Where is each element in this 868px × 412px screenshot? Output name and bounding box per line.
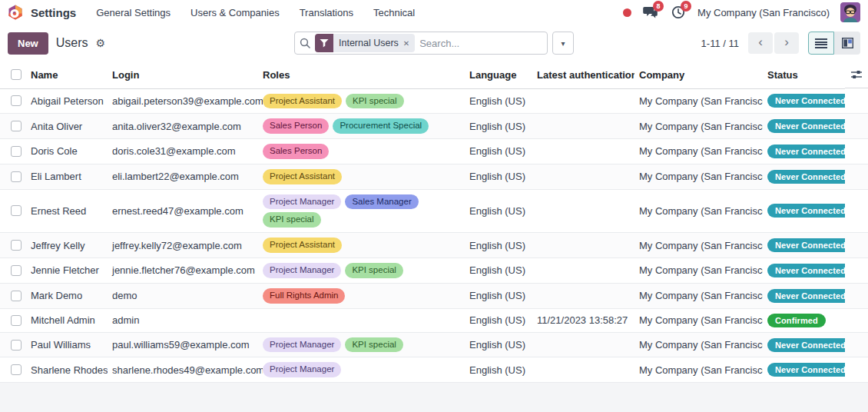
user-avatar[interactable] xyxy=(840,2,860,22)
list-view-button[interactable] xyxy=(808,32,834,55)
row-checkbox[interactable] xyxy=(11,364,22,375)
select-all-checkbox[interactable] xyxy=(11,69,22,80)
user-name-cell: Jennie Fletcher xyxy=(31,258,108,284)
row-checkbox-cell xyxy=(0,189,31,233)
row-checkbox[interactable] xyxy=(11,340,22,351)
role-tag: Project Assistant xyxy=(263,94,342,109)
menu-item-technical[interactable]: Technical xyxy=(373,7,415,18)
column-header-login[interactable]: Login xyxy=(108,61,263,88)
table-row[interactable]: Anita Oliveranita.oliver32@example.comSa… xyxy=(0,114,868,139)
user-company-cell: My Company (San Francisco) xyxy=(634,164,763,189)
user-latest-auth-cell xyxy=(532,189,634,233)
status-badge: Never Connected xyxy=(767,94,845,108)
column-header-language[interactable]: Language xyxy=(465,61,532,88)
new-button[interactable]: New xyxy=(8,32,48,55)
user-latest-auth-cell xyxy=(532,139,634,164)
role-tag: KPI special xyxy=(345,337,403,353)
user-name-cell: Jeffrey Kelly xyxy=(31,233,108,258)
row-checkbox-cell xyxy=(0,283,31,308)
user-roles-cell: Project Assistant xyxy=(263,233,465,258)
pager-next-button[interactable]: › xyxy=(774,32,799,54)
row-checkbox[interactable] xyxy=(11,265,22,276)
table-row[interactable]: Jennie Fletcherjennie.fletcher76@example… xyxy=(0,258,868,284)
role-tag: Sales Manager xyxy=(345,194,418,210)
user-name-cell: Doris Cole xyxy=(31,139,108,164)
search-input[interactable] xyxy=(419,38,542,49)
user-name-cell: Abigail Peterson xyxy=(31,88,108,114)
table-row[interactable]: Doris Coledoris.cole31@example.comSales … xyxy=(0,139,868,164)
row-trailing-cell xyxy=(845,233,868,258)
user-name-cell: Eli Lambert xyxy=(31,164,108,189)
status-badge: Never Connected xyxy=(767,145,845,158)
table-row[interactable]: Jeffrey Kellyjeffrey.kelly72@example.com… xyxy=(0,233,868,258)
company-switcher[interactable]: My Company (San Francisco) xyxy=(697,7,830,18)
user-login-cell: eli.lambert22@example.com xyxy=(108,164,263,189)
user-status-cell: Never Connected xyxy=(763,114,845,139)
user-latest-auth-cell xyxy=(532,88,634,114)
top-navbar: Settings General Settings Users & Compan… xyxy=(0,0,868,25)
column-header-status[interactable]: Status xyxy=(763,61,845,88)
role-tag: Sales Person xyxy=(263,144,329,159)
optional-columns-toggle[interactable] xyxy=(845,61,868,88)
messages-icon[interactable]: 8 xyxy=(642,5,659,20)
row-trailing-cell xyxy=(845,332,868,357)
filter-funnel-icon xyxy=(315,34,333,52)
user-login-cell: paul.williams59@example.com xyxy=(108,332,263,357)
user-roles-cell: Sales Person xyxy=(263,139,465,164)
menu-item-general-settings[interactable]: General Settings xyxy=(96,7,171,18)
search-options-toggle[interactable]: ▾ xyxy=(552,32,574,55)
search-facet-internal-users: Internal Users ✕ xyxy=(315,34,415,52)
gear-icon[interactable]: ⚙ xyxy=(96,38,106,48)
user-login-cell: abigail.peterson39@example.com xyxy=(108,88,263,114)
menu-item-users-companies[interactable]: Users & Companies xyxy=(190,7,280,18)
search-bar[interactable]: Internal Users ✕ xyxy=(294,32,548,55)
row-checkbox[interactable] xyxy=(11,146,22,157)
activities-clock-icon[interactable]: 9 xyxy=(670,5,687,20)
user-login-cell: ernest.reed47@example.com xyxy=(108,189,263,233)
row-checkbox[interactable] xyxy=(11,240,22,251)
column-header-company[interactable]: Company xyxy=(634,61,763,88)
column-header-latest-authentication[interactable]: Latest authentication xyxy=(532,61,634,88)
role-tag: Procurement Special xyxy=(333,118,429,134)
user-roles-cell: Project ManagerKPI special xyxy=(263,258,465,284)
user-login-cell: admin xyxy=(108,308,263,332)
user-name-cell: Paul Williams xyxy=(31,332,108,357)
pager-previous-button[interactable]: ‹ xyxy=(748,32,773,54)
navbar-left: Settings General Settings Users & Compan… xyxy=(8,5,415,20)
row-checkbox[interactable] xyxy=(11,291,22,301)
pager-value[interactable]: 1-11 / 11 xyxy=(701,38,739,49)
table-row[interactable]: Mitchell AdminadminEnglish (US)11/21/202… xyxy=(0,308,868,332)
facet-remove-icon[interactable]: ✕ xyxy=(403,39,409,48)
table-row[interactable]: Sharlene Rhodessharlene.rhodes49@example… xyxy=(0,357,868,383)
role-tag: Sales Person xyxy=(263,118,329,134)
row-checkbox[interactable] xyxy=(11,121,22,131)
control-panel-right: 1-11 / 11 ‹ › xyxy=(574,32,860,55)
row-checkbox[interactable] xyxy=(11,205,22,216)
user-company-cell: My Company (San Francisco) xyxy=(634,308,763,332)
table-row[interactable]: Eli Lamberteli.lambert22@example.comProj… xyxy=(0,164,868,189)
row-checkbox[interactable] xyxy=(11,171,22,182)
kanban-view-button[interactable] xyxy=(834,32,860,55)
column-header-name[interactable]: Name xyxy=(31,61,108,88)
settings-users-page: Settings General Settings Users & Compan… xyxy=(0,0,868,412)
row-checkbox[interactable] xyxy=(11,95,22,106)
row-checkbox-cell xyxy=(0,332,31,357)
row-checkbox[interactable] xyxy=(11,315,22,326)
row-trailing-cell xyxy=(845,189,868,233)
menu-item-translations[interactable]: Translations xyxy=(300,7,353,18)
user-company-cell: My Company (San Francisco) xyxy=(634,258,763,284)
row-trailing-cell xyxy=(845,283,868,308)
table-row[interactable]: Ernest Reedernest.reed47@example.comProj… xyxy=(0,189,868,233)
user-latest-auth-cell xyxy=(532,258,634,284)
app-name[interactable]: Settings xyxy=(31,6,76,19)
user-status-cell: Never Connected xyxy=(763,189,845,233)
column-header-roles[interactable]: Roles xyxy=(263,61,465,88)
user-status-cell: Never Connected xyxy=(763,233,845,258)
odoo-settings-logo-icon[interactable] xyxy=(8,5,23,20)
user-name-cell: Anita Oliver xyxy=(31,114,108,139)
table-row[interactable]: Paul Williamspaul.williams59@example.com… xyxy=(0,332,868,357)
status-badge: Never Connected xyxy=(767,119,845,133)
table-row[interactable]: Mark DemodemoFull Rights AdminEnglish (U… xyxy=(0,283,868,308)
table-row[interactable]: Abigail Petersonabigail.peterson39@examp… xyxy=(0,88,868,114)
user-roles-cell: Project ManagerKPI special xyxy=(263,332,465,357)
